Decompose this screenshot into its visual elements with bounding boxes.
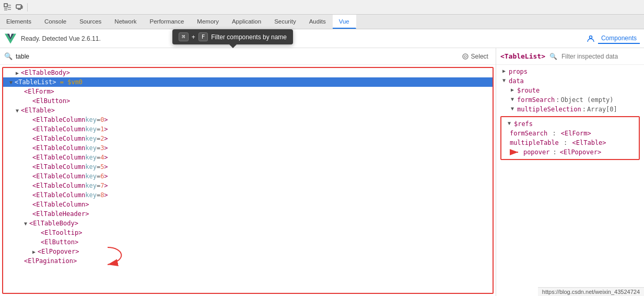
search-bar: 🔍 Select [0,48,496,65]
tree-row[interactable]: ▶ <ElTableBody> [3,68,493,77]
tree-arrow [24,117,30,123]
vm-var: = $vm0 [56,78,83,86]
refs-formsearch[interactable]: formSearch : <ElForm> [501,129,639,138]
tab-sources[interactable]: Sources [73,15,108,29]
tree-arrow: ▶ [32,249,36,255]
tree-row-tablelist[interactable]: ▼ <TableList> = $vm0 [3,77,493,87]
tree-row[interactable]: <ElTableColumn key=8> [3,190,493,200]
tab-security[interactable]: Security [268,15,303,29]
component-tree[interactable]: ▶ <ElTableBody> ▼ <TableList> = $vm0 <El… [2,67,494,294]
formsearch-arrow[interactable]: ▼ [511,96,514,102]
tree-tag: <ElTable> [21,107,55,114]
svg-rect-0 [4,4,7,7]
tree-row[interactable]: ▼ <ElTableBody> [3,219,493,228]
props-key: props [509,68,528,75]
route-row[interactable]: ▶ $route [496,86,644,95]
tree-row[interactable]: <ElTableColumn key=7> [3,181,493,190]
tab-elements[interactable]: Elements [0,15,38,29]
tree-arrow [24,136,30,142]
kbd-cmd: ⌘ [179,32,189,41]
tree-tag: <ElTableColumn [32,135,85,142]
tab-performance[interactable]: Performance [144,15,191,29]
multipleselection-row[interactable]: ▼ multipleSelection : Array[0] [496,105,644,114]
tree-tag: <ElTableColumn [32,182,85,189]
route-key: $route [517,87,540,94]
tree-tag: <ElTableColumn [32,116,85,123]
tree-row[interactable]: <ElTableColumn key=6> [3,172,493,181]
tree-row[interactable]: <ElForm> [3,87,493,96]
tree-row[interactable]: <ElTableColumn> [3,200,493,209]
tooltip-text: Filter components by name [211,33,287,41]
data-arrow[interactable]: ▼ [502,77,506,83]
tree-arrow [24,192,30,198]
tree-tag: <ElTableBody> [29,220,78,227]
refs-multipletable-val: <ElTable> [572,139,606,146]
tree-tag: <ElTableColumn [32,144,85,152]
tab-network[interactable]: Network [108,15,143,29]
refs-formsearch-val: <ElForm> [561,130,591,137]
formsearch-key: formSearch [517,96,555,104]
tree-tag: <ElPagination> [24,257,77,265]
right-panel: <TableList> 🔍 ▶ props ▼ data ▶ $route ▼ [496,48,644,296]
multipleselection-colon: : [582,106,586,113]
props-arrow[interactable]: ▶ [502,68,506,74]
tree-row[interactable]: <ElButton> [3,96,493,106]
tree-row[interactable]: <ElPagination> [3,256,493,266]
tree-row[interactable]: <ElTableColumn key=3> [3,143,493,153]
tree-tag: <ElTooltip> [41,229,82,236]
separator [27,3,28,12]
tab-console[interactable]: Console [38,15,73,29]
route-arrow[interactable]: ▶ [511,87,514,93]
tree-tag: <ElTableBody> [21,69,70,76]
refs-arrow[interactable]: ▼ [508,120,511,126]
tree-row[interactable]: <ElTableColumn key=5> [3,162,493,172]
tree-row[interactable]: <ElTableColumn key=2> [3,134,493,143]
tree-row[interactable]: <ElTableColumn key=1> [3,124,493,134]
tab-application[interactable]: Application [226,15,268,29]
props-section[interactable]: ▶ props [496,67,644,76]
search-icon: 🔍 [4,52,13,60]
right-panel-header: <TableList> 🔍 [496,48,644,65]
tree-row[interactable]: ▶ <ElPopover> [3,247,493,256]
tree-arrow [24,202,30,208]
tree-row[interactable]: ▼ <ElTable> [3,106,493,115]
multipleselection-arrow[interactable]: ▼ [511,106,514,111]
tree-row[interactable]: <ElTooltip> [3,228,493,237]
tree-tag: <ElTableColumn [32,173,85,180]
tab-audits[interactable]: Audits [303,15,333,29]
refs-section[interactable]: ▼ $refs [501,119,639,129]
tree-arrow [16,258,22,264]
data-section[interactable]: ▼ data [496,76,644,86]
refs-popover-key: popover [523,149,550,156]
svg-point-5 [589,36,592,38]
multipleselection-value: Array[0] [587,106,617,113]
right-panel-content: ▶ props ▼ data ▶ $route ▼ formSearch : O… [496,65,644,296]
refs-formsearch-colon: : [552,130,556,137]
tree-row[interactable]: <ElTableColumn key=0> [3,115,493,124]
kbd-f: F [198,32,208,41]
select-button[interactable]: Select [459,52,491,61]
components-button[interactable]: Components [598,33,640,44]
inspect-icon[interactable] [3,3,13,12]
filter-icon: 🔍 [549,53,557,60]
device-icon[interactable] [15,3,24,12]
tree-tag: <ElButton> [32,97,70,105]
filter-inspected-input[interactable] [561,53,640,60]
data-key: data [509,77,524,85]
right-panel-component-name: <TableList> [500,52,545,60]
tree-tag: <ElTableColumn [32,154,85,161]
tree-row[interactable]: <ElButton> [3,237,493,247]
components-icon [587,35,595,43]
refs-multipletable[interactable]: multipleTable : <ElTable> [501,138,639,147]
refs-popover[interactable]: popover : <ElPopover> [501,147,639,157]
tree-tag: <ElPopover> [38,248,79,255]
tab-vue[interactable]: Vue [333,15,356,29]
tree-arrow: ▶ [16,70,19,76]
tree-arrow [24,183,30,189]
search-input[interactable] [16,53,455,60]
tree-row[interactable]: <ElTableColumn key=4> [3,153,493,162]
tab-memory[interactable]: Memory [191,15,226,29]
bottom-url-bar: https://blog.csdn.net/weixin_43524724 [538,287,644,296]
formsearch-row[interactable]: ▼ formSearch : Object (empty) [496,95,644,105]
tree-row[interactable]: <ElTableHeader> [3,209,493,219]
